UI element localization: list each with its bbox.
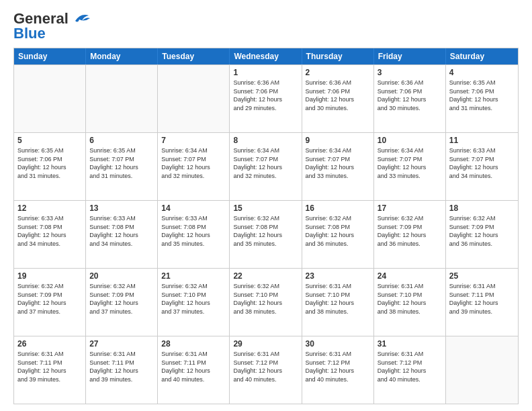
day-info-30: Sunrise: 6:31 AM Sunset: 7:12 PM Dayligh… — [306, 350, 370, 383]
day-info-5: Sunrise: 6:35 AM Sunset: 7:06 PM Dayligh… — [17, 146, 82, 180]
day-cell-25: 25Sunrise: 6:31 AM Sunset: 7:11 PM Dayli… — [446, 269, 518, 336]
day-info-6: Sunrise: 6:35 AM Sunset: 7:07 PM Dayligh… — [89, 146, 154, 180]
day-info-25: Sunrise: 6:31 AM Sunset: 7:11 PM Dayligh… — [449, 282, 515, 316]
day-number-21: 21 — [161, 271, 226, 281]
day-number-11: 11 — [449, 136, 515, 145]
day-info-4: Sunrise: 6:35 AM Sunset: 7:06 PM Dayligh… — [449, 79, 515, 112]
day-number-16: 16 — [306, 203, 370, 213]
week-row-3: 12Sunrise: 6:33 AM Sunset: 7:08 PM Dayli… — [14, 200, 518, 268]
day-number-29: 29 — [233, 339, 298, 349]
calendar-header: SundayMondayTuesdayWednesdayThursdayFrid… — [14, 48, 518, 64]
week-row-1: 1Sunrise: 6:36 AM Sunset: 7:06 PM Daylig… — [14, 64, 518, 132]
day-info-13: Sunrise: 6:33 AM Sunset: 7:08 PM Dayligh… — [89, 214, 154, 248]
day-cell-23: 23Sunrise: 6:31 AM Sunset: 7:10 PM Dayli… — [302, 269, 374, 336]
day-number-14: 14 — [161, 203, 226, 213]
day-info-31: Sunrise: 6:31 AM Sunset: 7:12 PM Dayligh… — [378, 350, 442, 383]
day-cell-24: 24Sunrise: 6:31 AM Sunset: 7:10 PM Dayli… — [374, 269, 446, 336]
day-info-28: Sunrise: 6:31 AM Sunset: 7:11 PM Dayligh… — [161, 350, 226, 383]
day-info-21: Sunrise: 6:32 AM Sunset: 7:10 PM Dayligh… — [161, 282, 226, 316]
day-number-13: 13 — [89, 203, 154, 213]
day-info-29: Sunrise: 6:31 AM Sunset: 7:12 PM Dayligh… — [233, 350, 298, 383]
day-cell-29: 29Sunrise: 6:31 AM Sunset: 7:12 PM Dayli… — [230, 336, 302, 404]
day-number-26: 26 — [17, 339, 82, 349]
day-cell-14: 14Sunrise: 6:33 AM Sunset: 7:08 PM Dayli… — [158, 201, 230, 268]
day-cell-13: 13Sunrise: 6:33 AM Sunset: 7:08 PM Dayli… — [86, 201, 158, 268]
day-cell-16: 16Sunrise: 6:32 AM Sunset: 7:08 PM Dayli… — [302, 201, 374, 268]
calendar-body: 1Sunrise: 6:36 AM Sunset: 7:06 PM Daylig… — [14, 64, 518, 404]
header-day-saturday: Saturday — [446, 48, 518, 64]
day-cell-30: 30Sunrise: 6:31 AM Sunset: 7:12 PM Dayli… — [302, 336, 374, 404]
day-cell-5: 5Sunrise: 6:35 AM Sunset: 7:06 PM Daylig… — [14, 133, 86, 200]
day-info-8: Sunrise: 6:34 AM Sunset: 7:07 PM Dayligh… — [233, 146, 298, 180]
day-number-23: 23 — [306, 271, 370, 281]
day-number-22: 22 — [233, 271, 298, 281]
logo-bird-icon — [70, 11, 91, 26]
day-info-3: Sunrise: 6:36 AM Sunset: 7:06 PM Dayligh… — [378, 79, 442, 112]
day-cell-21: 21Sunrise: 6:32 AM Sunset: 7:10 PM Dayli… — [158, 269, 230, 336]
day-info-14: Sunrise: 6:33 AM Sunset: 7:08 PM Dayligh… — [161, 214, 226, 248]
day-cell-26: 26Sunrise: 6:31 AM Sunset: 7:11 PM Dayli… — [14, 336, 86, 404]
day-cell-3: 3Sunrise: 6:36 AM Sunset: 7:06 PM Daylig… — [374, 65, 446, 132]
calendar: SundayMondayTuesdayWednesdayThursdayFrid… — [13, 48, 519, 404]
day-cell-28: 28Sunrise: 6:31 AM Sunset: 7:11 PM Dayli… — [158, 336, 230, 404]
day-number-18: 18 — [449, 203, 515, 213]
week-row-5: 26Sunrise: 6:31 AM Sunset: 7:11 PM Dayli… — [14, 336, 518, 404]
day-info-7: Sunrise: 6:34 AM Sunset: 7:07 PM Dayligh… — [161, 146, 226, 180]
day-info-19: Sunrise: 6:32 AM Sunset: 7:09 PM Dayligh… — [17, 282, 82, 316]
day-cell-7: 7Sunrise: 6:34 AM Sunset: 7:07 PM Daylig… — [158, 133, 230, 200]
day-info-24: Sunrise: 6:31 AM Sunset: 7:10 PM Dayligh… — [378, 282, 442, 316]
day-number-20: 20 — [89, 271, 154, 281]
week-row-4: 19Sunrise: 6:32 AM Sunset: 7:09 PM Dayli… — [14, 268, 518, 336]
header-day-friday: Friday — [374, 48, 446, 64]
day-number-7: 7 — [161, 136, 226, 145]
day-cell-15: 15Sunrise: 6:32 AM Sunset: 7:08 PM Dayli… — [230, 201, 302, 268]
day-number-5: 5 — [17, 136, 82, 145]
day-cell-27: 27Sunrise: 6:31 AM Sunset: 7:11 PM Dayli… — [86, 336, 158, 404]
day-cell-19: 19Sunrise: 6:32 AM Sunset: 7:09 PM Dayli… — [14, 269, 86, 336]
day-cell-31: 31Sunrise: 6:31 AM Sunset: 7:12 PM Dayli… — [374, 336, 446, 404]
day-info-16: Sunrise: 6:32 AM Sunset: 7:08 PM Dayligh… — [306, 214, 370, 248]
day-cell-22: 22Sunrise: 6:32 AM Sunset: 7:10 PM Dayli… — [230, 269, 302, 336]
day-cell-6: 6Sunrise: 6:35 AM Sunset: 7:07 PM Daylig… — [86, 133, 158, 200]
day-cell-4: 4Sunrise: 6:35 AM Sunset: 7:06 PM Daylig… — [446, 65, 518, 132]
day-number-17: 17 — [378, 203, 442, 213]
header-day-tuesday: Tuesday — [158, 48, 230, 64]
day-number-2: 2 — [306, 68, 370, 77]
day-number-12: 12 — [17, 203, 82, 213]
day-number-19: 19 — [17, 271, 82, 281]
header-day-monday: Monday — [86, 48, 158, 64]
day-info-17: Sunrise: 6:32 AM Sunset: 7:09 PM Dayligh… — [378, 214, 442, 248]
day-number-10: 10 — [378, 136, 442, 145]
logo: General Blue — [13, 10, 91, 42]
empty-cell-w4-d6 — [446, 336, 518, 404]
day-info-1: Sunrise: 6:36 AM Sunset: 7:06 PM Dayligh… — [233, 79, 298, 112]
day-number-24: 24 — [378, 271, 442, 281]
day-number-8: 8 — [233, 136, 298, 145]
day-number-1: 1 — [233, 68, 298, 77]
day-info-2: Sunrise: 6:36 AM Sunset: 7:06 PM Dayligh… — [306, 79, 370, 112]
logo-blue: Blue — [13, 25, 46, 42]
day-info-18: Sunrise: 6:32 AM Sunset: 7:09 PM Dayligh… — [449, 214, 515, 248]
empty-cell-w0-d0 — [14, 65, 86, 132]
day-cell-12: 12Sunrise: 6:33 AM Sunset: 7:08 PM Dayli… — [14, 201, 86, 268]
day-cell-2: 2Sunrise: 6:36 AM Sunset: 7:06 PM Daylig… — [302, 65, 374, 132]
day-info-20: Sunrise: 6:32 AM Sunset: 7:09 PM Dayligh… — [89, 282, 154, 316]
day-info-12: Sunrise: 6:33 AM Sunset: 7:08 PM Dayligh… — [17, 214, 82, 248]
day-info-15: Sunrise: 6:32 AM Sunset: 7:08 PM Dayligh… — [233, 214, 298, 248]
day-number-30: 30 — [306, 339, 370, 349]
day-number-25: 25 — [449, 271, 515, 281]
day-number-3: 3 — [378, 68, 442, 77]
day-info-10: Sunrise: 6:34 AM Sunset: 7:07 PM Dayligh… — [378, 146, 442, 180]
day-info-26: Sunrise: 6:31 AM Sunset: 7:11 PM Dayligh… — [17, 350, 82, 383]
day-info-9: Sunrise: 6:34 AM Sunset: 7:07 PM Dayligh… — [306, 146, 370, 180]
day-cell-1: 1Sunrise: 6:36 AM Sunset: 7:06 PM Daylig… — [230, 65, 302, 132]
day-cell-18: 18Sunrise: 6:32 AM Sunset: 7:09 PM Dayli… — [446, 201, 518, 268]
empty-cell-w0-d2 — [158, 65, 230, 132]
page-header: General Blue — [13, 10, 519, 42]
day-cell-11: 11Sunrise: 6:33 AM Sunset: 7:07 PM Dayli… — [446, 133, 518, 200]
day-cell-17: 17Sunrise: 6:32 AM Sunset: 7:09 PM Dayli… — [374, 201, 446, 268]
header-day-wednesday: Wednesday — [230, 48, 302, 64]
day-info-22: Sunrise: 6:32 AM Sunset: 7:10 PM Dayligh… — [233, 282, 298, 316]
header-day-thursday: Thursday — [302, 48, 374, 64]
day-info-23: Sunrise: 6:31 AM Sunset: 7:10 PM Dayligh… — [306, 282, 370, 316]
